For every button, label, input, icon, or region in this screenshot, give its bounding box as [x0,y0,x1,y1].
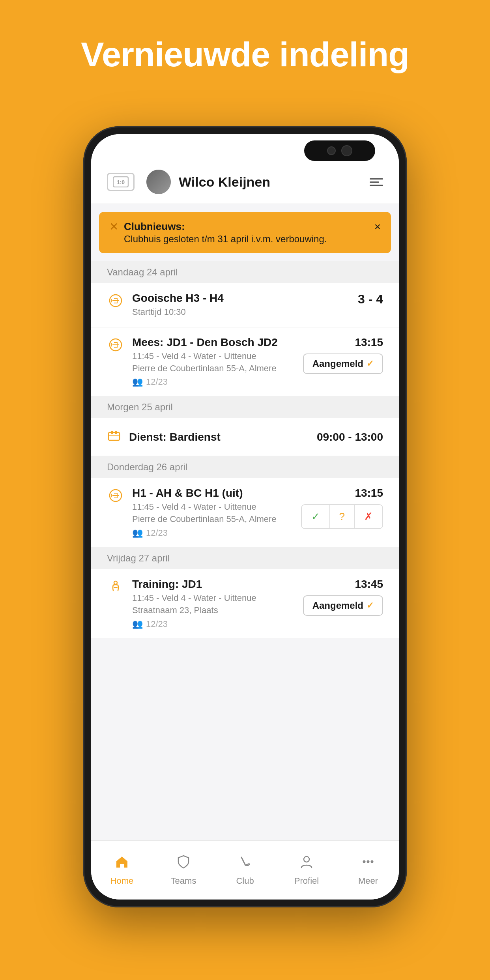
nav-label-profiel: Profiel [294,876,319,886]
team-count-mees: 12/23 [146,377,168,387]
event-body-gooische: Gooische H3 - H4 Starttijd 10:30 [132,292,350,318]
event-right-training: 13:45 Aangemeld ✓ [303,578,383,616]
settings-line-1 [370,178,383,180]
news-title: Clubnieuws: [124,221,369,233]
event-body-training: Training: JD1 11:45 - Veld 4 - Water - U… [132,578,295,629]
event-card-dienst: Dienst: Bardienst 09:00 - 13:00 [91,418,399,456]
aangemeld-check-mees: ✓ [367,359,374,369]
svg-point-14 [304,857,309,862]
phone-screen: 1:0 Wilco Kleijnen [91,134,399,900]
nav-item-profiel[interactable]: Profiel [276,841,337,900]
settings-icon[interactable] [370,178,383,186]
nav-item-teams[interactable]: Teams [153,841,214,900]
news-x-icon: ✕ [109,221,118,232]
rsvp-no-button[interactable]: ✗ [355,505,382,528]
dots-icon [361,854,376,873]
bottom-spacer [91,638,399,650]
settings-line-3 [370,185,383,186]
aangemeld-label-mees: Aangemeld [312,358,363,369]
bottom-nav: Home Teams [91,840,399,900]
event-title-gooische: Gooische H3 - H4 [132,292,350,305]
rsvp-buttons-h1: ✓ ? ✗ [301,504,383,529]
nav-item-meer[interactable]: Meer [337,841,399,900]
nav-item-club[interactable]: Club [214,841,276,900]
nav-label-meer: Meer [358,876,378,886]
news-banner: ✕ Clubnieuws: Clubhuis gesloten t/m 31 a… [99,212,391,253]
rsvp-maybe-button[interactable]: ? [330,505,354,528]
event-card-gooische: Gooische H3 - H4 Starttijd 10:30 3 - 4 [91,283,399,327]
event-subtitle-training: 11:45 - Veld 4 - Water - UittenueStraatn… [132,592,295,617]
svg-line-13 [241,857,245,865]
match-icon-3 [107,488,124,505]
svg-point-12 [114,581,117,584]
event-time-mees: 13:15 [355,336,383,349]
camera-dot-1 [327,146,336,155]
user-name: Wilco Kleijnen [179,174,362,190]
dienst-time: 09:00 - 13:00 [317,431,383,443]
nav-label-club: Club [236,876,254,886]
event-time-h1: 13:15 [355,487,383,499]
team-icon-mees: 👥 [132,377,143,387]
event-team-row-h1: 👥 12/23 [132,528,293,538]
event-title-h1: H1 - AH & BC H1 (uit) [132,487,293,499]
news-text-block: Clubnieuws: Clubhuis gesloten t/m 31 apr… [124,221,369,245]
event-team-row-training: 👥 12/23 [132,619,295,629]
event-time-training: 13:45 [355,578,383,591]
dienst-icon [107,428,121,445]
news-body: Clubhuis gesloten t/m 31 april i.v.m. ve… [124,234,369,245]
camera-dot-2 [341,145,352,156]
event-title-mees: Mees: JD1 - Den Bosch JD2 [132,336,295,349]
aangemeld-label-training: Aangemeld [312,600,363,611]
nav-item-home[interactable]: Home [91,841,153,900]
screen-content: 1:0 Wilco Kleijnen [91,134,399,900]
svg-point-16 [367,860,370,863]
date-header-donderdag: Donderdag 26 april [91,456,399,478]
avatar [146,170,171,194]
team-icon-h1: 👥 [132,528,143,538]
team-icon-training: 👥 [132,619,143,629]
event-right-gooische: 3 - 4 [358,292,383,307]
svg-text:1:0: 1:0 [117,179,125,185]
settings-line-2 [370,181,379,183]
event-card-training: Training: JD1 11:45 - Veld 4 - Water - U… [91,569,399,638]
training-icon [107,580,124,597]
match-icon-2 [107,338,124,355]
hero-title: Vernieuwde indeling [0,0,490,74]
match-icon-1 [107,294,124,310]
event-subtitle-h1: 11:45 - Veld 4 - Water - UittenuePierre … [132,501,293,526]
event-body-mees: Mees: JD1 - Den Bosch JD2 11:45 - Veld 4… [132,336,295,387]
date-header-vrijdag: Vrijdag 27 april [91,547,399,569]
event-body-h1: H1 - AH & BC H1 (uit) 11:45 - Veld 4 - W… [132,487,293,538]
date-header-morgen: Morgen 25 april [91,396,399,418]
svg-point-15 [363,860,366,863]
score-display-gooische: 3 - 4 [358,292,383,307]
news-close-button[interactable]: × [374,221,381,233]
home-icon [114,854,129,873]
date-header-today: Vandaag 24 april [91,261,399,283]
event-subtitle-mees: 11:45 - Veld 4 - Water - UittenuePierre … [132,350,295,375]
team-count-h1: 12/23 [146,528,168,538]
shield-icon [176,854,191,873]
svg-rect-6 [108,432,120,440]
event-team-row-mees: 👥 12/23 [132,377,295,387]
scoreboard-icon[interactable]: 1:0 [107,173,135,191]
aangemeld-button-mees[interactable]: Aangemeld ✓ [303,353,383,374]
main-scroll[interactable]: ✕ Clubnieuws: Clubhuis gesloten t/m 31 a… [91,204,399,840]
nav-label-teams: Teams [171,876,196,886]
hockey-icon [238,854,252,873]
person-icon [299,854,314,873]
event-right-h1: 13:15 ✓ ? ✗ [301,487,383,529]
aangemeld-check-training: ✓ [367,600,374,611]
event-right-mees: 13:15 Aangemeld ✓ [303,336,383,374]
nav-label-home: Home [110,876,134,886]
phone-frame: 1:0 Wilco Kleijnen [83,126,407,907]
svg-point-17 [371,860,374,863]
event-card-h1: H1 - AH & BC H1 (uit) 11:45 - Veld 4 - W… [91,478,399,547]
team-count-training: 12/23 [146,619,168,629]
dienst-title: Dienst: Bardienst [129,431,309,443]
aangemeld-button-training[interactable]: Aangemeld ✓ [303,595,383,616]
camera-bar [304,140,375,161]
rsvp-yes-button[interactable]: ✓ [302,505,329,528]
event-subtitle-gooische: Starttijd 10:30 [132,306,350,318]
svg-rect-7 [111,431,113,434]
